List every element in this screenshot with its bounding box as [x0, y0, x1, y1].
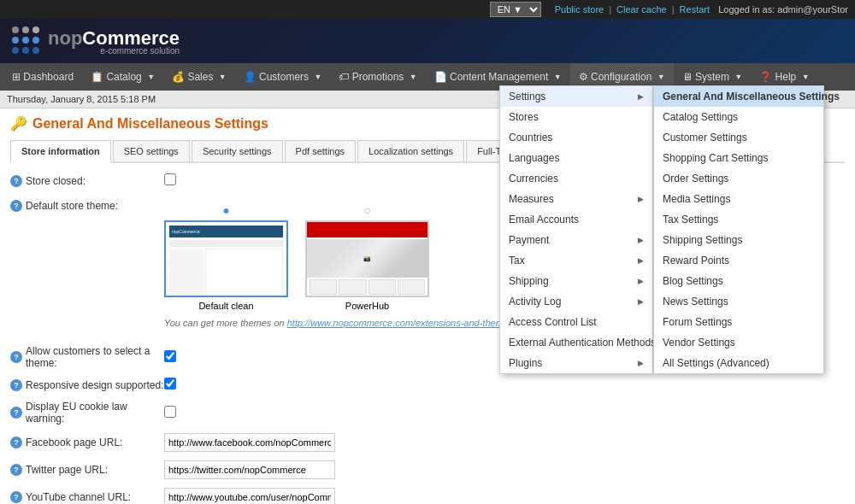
submenu-news-settings[interactable]: News Settings [654, 291, 823, 312]
theme-power-mockup: 📸 [307, 222, 428, 296]
tab-localization-settings[interactable]: Localization settings [357, 140, 464, 161]
content-icon: 📄 [434, 71, 447, 83]
submenu-blog-settings[interactable]: Blog Settings [654, 271, 823, 291]
svg-point-2 [32, 26, 39, 33]
facebook-input[interactable] [164, 433, 335, 452]
config-menu-email-accounts[interactable]: Email Accounts [500, 209, 652, 230]
submenu-general-settings[interactable]: General And Miscellaneous Settings [654, 86, 823, 107]
theme-option-default[interactable]: nopCommerce Default clean [164, 203, 288, 311]
submenu-vendor-settings[interactable]: Vendor Settings [654, 332, 823, 353]
theme-default-label: Default clean [164, 301, 288, 311]
language-selector[interactable]: EN ▼ [490, 2, 541, 17]
public-store-link[interactable]: Public store [555, 4, 604, 15]
eu-cookie-help-icon[interactable]: ? [10, 407, 22, 419]
facebook-label: ? Facebook page URL: [10, 437, 164, 448]
submenu-catalog-settings[interactable]: Catalog Settings [654, 107, 823, 127]
settings-submenu: General And Miscellaneous Settings Catal… [653, 85, 824, 374]
facebook-help-icon[interactable]: ? [10, 437, 22, 448]
nav-sales[interactable]: 💰 Sales ▼ [163, 63, 235, 91]
allow-theme-help-icon[interactable]: ? [10, 351, 22, 363]
config-menu-payment[interactable]: Payment [500, 230, 652, 250]
svg-point-4 [22, 37, 29, 44]
responsive-label: ? Responsive design supported: [10, 379, 164, 391]
nav-promotions[interactable]: 🏷 Promotions ▼ [330, 63, 425, 91]
config-menu-external-auth[interactable]: External Authentication Methods [500, 332, 652, 353]
submenu-shipping-settings[interactable]: Shipping Settings [654, 230, 823, 250]
config-menu-settings[interactable]: Settings [500, 86, 652, 107]
responsive-checkbox[interactable] [164, 378, 176, 390]
tab-seo-settings[interactable]: SEO settings [113, 140, 190, 161]
submenu-shopping-cart-settings[interactable]: Shopping Cart Settings [654, 148, 823, 168]
twitter-help-icon[interactable]: ? [10, 464, 22, 476]
config-menu-measures[interactable]: Measures [500, 189, 652, 209]
content-arrow-icon: ▼ [554, 73, 562, 81]
eu-cookie-label: ? Display EU cookie law warning: [10, 401, 164, 425]
dashboard-icon: ⊞ [12, 71, 21, 83]
config-menu-languages[interactable]: Languages [500, 148, 652, 168]
config-menu-stores[interactable]: Stores [500, 107, 652, 127]
theme-note: You can get more themes on http://www.no… [164, 318, 536, 328]
config-menu-countries[interactable]: Countries [500, 127, 652, 148]
store-closed-checkbox[interactable] [164, 173, 176, 185]
sales-icon: 💰 [172, 71, 185, 83]
default-theme-help-icon[interactable]: ? [10, 200, 22, 212]
config-icon: ⚙ [579, 71, 588, 83]
tab-store-information[interactable]: Store information [10, 140, 111, 163]
default-theme-label: ? Default store theme: [10, 196, 164, 212]
responsive-help-icon[interactable]: ? [10, 379, 22, 391]
theme-powerhub-radio[interactable] [363, 203, 370, 217]
restart-link[interactable]: Restart [680, 4, 710, 15]
nav-catalog[interactable]: 📋 Catalog ▼ [82, 63, 163, 91]
theme-option-powerhub[interactable]: 📸 PowerHub [305, 203, 429, 311]
sales-arrow-icon: ▼ [219, 73, 227, 81]
config-menu-shipping[interactable]: Shipping [500, 271, 652, 291]
submenu-tax-settings[interactable]: Tax Settings [654, 209, 823, 230]
mockup-nav [169, 240, 283, 247]
nav-dashboard[interactable]: ⊞ Dashboard [3, 63, 82, 91]
clear-cache-link[interactable]: Clear cache [616, 4, 667, 15]
config-menu-plugins[interactable]: Plugins [500, 353, 652, 373]
submenu-order-settings[interactable]: Order Settings [654, 168, 823, 189]
eu-cookie-value [164, 406, 176, 420]
help-icon: ❓ [759, 71, 772, 83]
config-menu-acl[interactable]: Access Control List [500, 312, 652, 332]
svg-point-6 [12, 47, 19, 54]
twitter-input[interactable] [164, 460, 335, 479]
powerhub-mockup-grid [307, 279, 428, 295]
submenu-customer-settings[interactable]: Customer Settings [654, 127, 823, 148]
allow-theme-checkbox[interactable] [164, 350, 176, 362]
store-closed-value [164, 173, 176, 188]
mockup-body [169, 249, 283, 297]
system-icon: 🖥 [682, 71, 693, 83]
tab-pdf-settings[interactable]: Pdf settings [285, 140, 356, 161]
config-menu-activity-log[interactable]: Activity Log [500, 291, 652, 312]
current-datetime: Thursday, January 8, 2015 5:18 PM [7, 94, 156, 104]
nav-customers[interactable]: 👤 Customers ▼ [235, 63, 331, 91]
eu-cookie-row: ? Display EU cookie law warning: [10, 401, 845, 425]
store-closed-label: ? Store closed: [10, 175, 164, 187]
submenu-media-settings[interactable]: Media Settings [654, 189, 823, 209]
customers-icon: 👤 [244, 71, 256, 83]
responsive-value [164, 378, 176, 392]
key-icon: 🔑 [10, 115, 27, 132]
powerhub-card-3 [369, 279, 396, 295]
submenu-forum-settings[interactable]: Forum Settings [654, 312, 823, 332]
config-menu-currencies[interactable]: Currencies [500, 168, 652, 189]
logged-in-text: Logged in as: admin@yourStor [718, 4, 848, 15]
theme-default-radio[interactable] [222, 203, 229, 217]
youtube-input[interactable] [164, 488, 335, 504]
youtube-row: ? YouTube channel URL: [10, 488, 845, 504]
submenu-reward-points[interactable]: Reward Points [654, 250, 823, 271]
store-closed-help-icon[interactable]: ? [10, 175, 22, 187]
submenu-all-settings[interactable]: All Settings (Advanced) [654, 353, 823, 373]
theme-powerhub-label: PowerHub [305, 301, 429, 311]
config-menu-tax[interactable]: Tax [500, 250, 652, 271]
top-bar: EN ▼ Public store | Clear cache | Restar… [0, 0, 855, 19]
youtube-label: ? YouTube channel URL: [10, 491, 164, 503]
youtube-help-icon[interactable]: ? [10, 491, 22, 503]
theme-clean-mockup: nopCommerce [166, 222, 286, 296]
eu-cookie-checkbox[interactable] [164, 406, 176, 418]
mockup-sidebar [169, 249, 203, 297]
twitter-row: ? Twitter page URL: [10, 460, 845, 479]
tab-security-settings[interactable]: Security settings [192, 140, 283, 161]
